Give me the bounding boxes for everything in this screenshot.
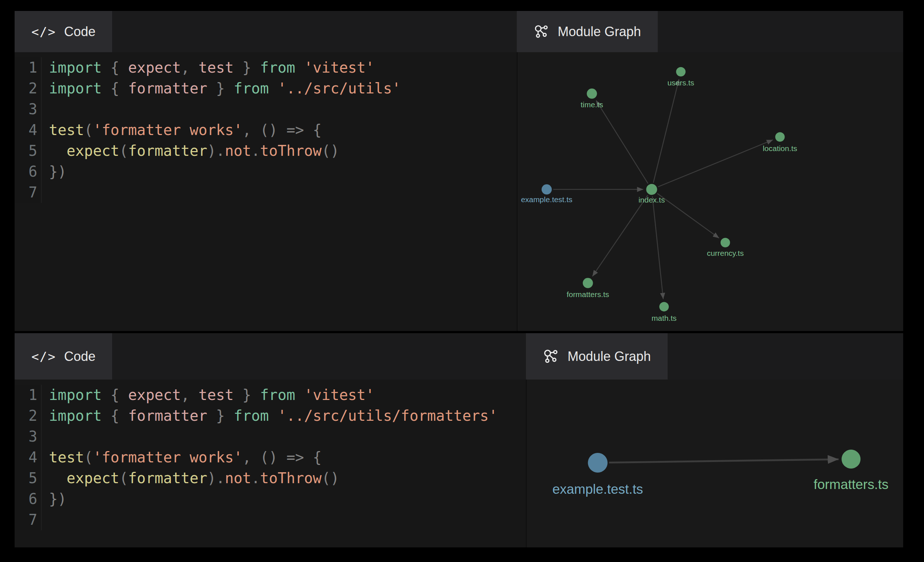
- screenshot-bottom: </> Code Module Graph 1import { expect, …: [15, 333, 903, 547]
- graph-node-label: formatters.ts: [814, 477, 889, 492]
- module-graph-icon: [534, 24, 550, 40]
- line-number: 7: [15, 182, 42, 203]
- tab-code-bottom[interactable]: </> Code: [15, 333, 112, 380]
- code-line: 6}): [15, 489, 526, 510]
- graph-node-index.ts[interactable]: [646, 184, 657, 195]
- graph-node-time.ts[interactable]: [587, 89, 597, 99]
- code-icon: </>: [32, 24, 56, 39]
- graph-node-label: formatters.ts: [567, 290, 609, 299]
- line-number: 2: [15, 78, 42, 99]
- graph-node-formatters.ts[interactable]: [583, 278, 593, 288]
- tab-bar-bottom: </> Code Module Graph: [15, 333, 903, 380]
- graph-node-example.test.ts[interactable]: [588, 453, 608, 472]
- line-number: 5: [15, 468, 42, 489]
- code-line: 3: [15, 426, 526, 447]
- line-number: 6: [15, 489, 42, 510]
- screenshot-top: </> Code Module Graph 1import { expect, …: [15, 11, 903, 331]
- line-number: 4: [15, 120, 42, 140]
- module-graph-pane-bottom[interactable]: example.test.tsformatters.ts: [526, 380, 903, 547]
- module-graph-icon: [543, 348, 560, 365]
- line-number: 4: [15, 447, 42, 468]
- line-number: 6: [15, 161, 42, 182]
- graph-node-label: math.ts: [651, 314, 677, 322]
- graph-node-formatters.ts[interactable]: [842, 450, 861, 469]
- line-number: 2: [15, 405, 42, 426]
- module-graph-pane-top[interactable]: example.test.tsindex.tstime.tsusers.tslo…: [517, 52, 903, 331]
- line-number: 3: [15, 426, 42, 447]
- graph-node-users.ts[interactable]: [676, 67, 686, 77]
- code-line: 7: [15, 182, 517, 203]
- graph-node-currency.ts[interactable]: [721, 238, 730, 247]
- code-line: 7: [15, 510, 526, 530]
- code-line: 1import { expect, test } from 'vitest': [15, 385, 526, 405]
- graph-node-location.ts[interactable]: [776, 132, 785, 142]
- graph-edge: [592, 195, 648, 277]
- line-number: 7: [15, 510, 42, 530]
- graph-node-label: users.ts: [667, 78, 694, 87]
- line-number: 5: [15, 140, 42, 161]
- line-number: 1: [15, 385, 42, 405]
- graph-node-label: currency.ts: [707, 249, 744, 257]
- code-icon: </>: [32, 349, 56, 364]
- line-number: 3: [15, 99, 42, 120]
- tab-code-label: Code: [64, 24, 95, 39]
- graph-edge: [658, 140, 773, 187]
- graph-edge: [657, 193, 719, 238]
- code-editor-bottom[interactable]: 1import { expect, test } from 'vitest'2i…: [15, 380, 526, 547]
- graph-edge: [652, 196, 663, 299]
- tab-bar-top: </> Code Module Graph: [15, 11, 903, 52]
- graph-edge: [596, 100, 648, 184]
- graph-node-label: location.ts: [763, 144, 797, 152]
- graph-node-example.test.ts[interactable]: [542, 184, 552, 194]
- code-line: 5 expect(formatter).not.toThrow(): [15, 468, 526, 489]
- graph-node-label: index.ts: [638, 196, 665, 204]
- code-line: 4test('formatter works', () => {: [15, 120, 517, 140]
- tab-module-graph-top[interactable]: Module Graph: [517, 11, 658, 52]
- code-line: 5 expect(formatter).not.toThrow(): [15, 140, 517, 161]
- code-line: 4test('formatter works', () => {: [15, 447, 526, 468]
- code-line: 3: [15, 99, 517, 120]
- tab-module-graph-label: Module Graph: [567, 349, 651, 364]
- graph-node-label: example.test.ts: [553, 482, 643, 497]
- graph-edge: [609, 459, 839, 463]
- code-editor-top[interactable]: 1import { expect, test } from 'vitest'2i…: [15, 52, 517, 331]
- graph-node-label: example.test.ts: [521, 195, 572, 204]
- line-number: 1: [15, 57, 42, 78]
- tab-module-graph-label: Module Graph: [558, 24, 641, 39]
- graph-edge: [653, 79, 679, 183]
- graph-node-math.ts[interactable]: [659, 302, 669, 311]
- code-line: 2import { formatter } from '../src/utils…: [15, 78, 517, 99]
- tab-code-label: Code: [64, 349, 95, 364]
- code-line: 1import { expect, test } from 'vitest': [15, 57, 517, 78]
- graph-node-label: time.ts: [581, 100, 603, 109]
- tab-module-graph-bottom[interactable]: Module Graph: [526, 333, 668, 380]
- code-line: 2import { formatter } from '../src/utils…: [15, 405, 526, 426]
- tab-code-top[interactable]: </> Code: [15, 11, 112, 52]
- code-line: 6}): [15, 161, 517, 182]
